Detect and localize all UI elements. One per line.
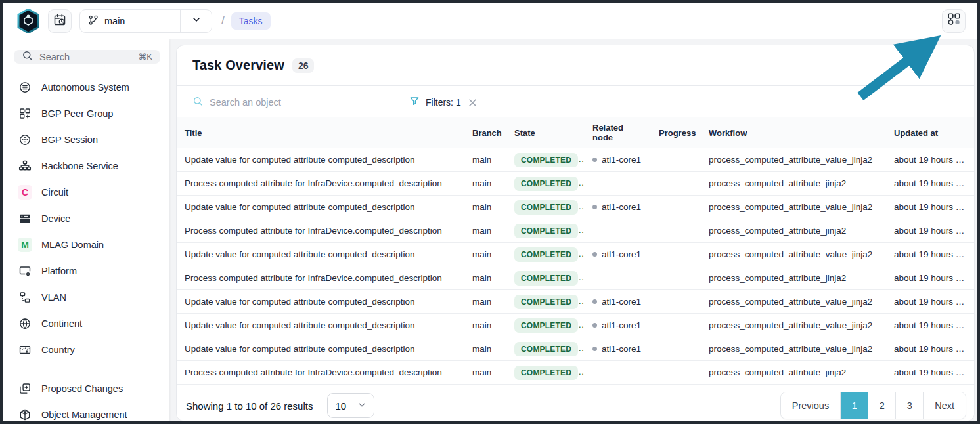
search-icon [22, 50, 33, 64]
sidebar-item-continent[interactable]: Continent [14, 310, 160, 337]
table-row[interactable]: Update value for computed attribute comp… [177, 243, 974, 266]
sidebar-item-object-management[interactable]: Object Management [14, 402, 160, 421]
column-header-workflow: Workflow [701, 117, 886, 148]
page-button-3[interactable]: 3 [895, 392, 923, 419]
task-progress [651, 314, 701, 337]
task-progress [651, 219, 701, 243]
status-badge: COMPLETED [514, 153, 578, 167]
sidebar-item-label: MLAG Domain [41, 240, 104, 250]
backbone-service-icon [18, 159, 32, 173]
sidebar-item-label: Object Management [41, 410, 127, 420]
results-summary: Showing 1 to 10 of 26 results [185, 400, 313, 412]
clear-filters-icon[interactable] [468, 98, 478, 108]
related-node: atl1-core1 [602, 155, 641, 165]
node-dot-icon [592, 252, 597, 257]
task-updated-at: about 19 hours ago [886, 290, 974, 314]
sidebar-item-label: Country [41, 345, 75, 355]
sidebar-item-device[interactable]: Device [14, 205, 160, 232]
task-title: Process computed attribute for InfraDevi… [177, 219, 464, 243]
search-icon [192, 96, 203, 109]
page-size-select[interactable]: 10 [327, 393, 374, 418]
git-branch-icon [88, 14, 99, 28]
table-row[interactable]: Process computed attribute for InfraDevi… [177, 172, 974, 196]
task-title: Update value for computed attribute comp… [177, 148, 464, 172]
schema-visualizer-button[interactable] [942, 9, 966, 33]
page-button-1[interactable]: 1 [840, 392, 868, 419]
column-header-related-node: Related node [585, 117, 651, 148]
task-title: Process computed attribute for InfraDevi… [177, 266, 464, 290]
sidebar-item-vlan[interactable]: VLAN [14, 284, 160, 310]
task-updated-at: about 19 hours ago [886, 172, 974, 196]
table-row[interactable]: Update value for computed attribute comp… [177, 314, 974, 337]
filter-bar: Search an object Filters: 1 [177, 86, 974, 117]
vlan-icon [18, 290, 32, 305]
status-badge: COMPLETED [514, 271, 578, 286]
task-updated-at: about 19 hours ago [886, 196, 974, 219]
page-button-2[interactable]: 2 [868, 392, 895, 419]
task-workflow: process_computed_attribute_value_jinja2 [701, 337, 886, 361]
sidebar-item-bgp-session[interactable]: BGP Session [14, 127, 160, 153]
object-search-input[interactable]: Search an object [192, 96, 330, 109]
search-shortcut: ⌘K [138, 52, 152, 62]
filters-button[interactable]: Filters: 1 [409, 96, 461, 109]
breadcrumb-current-tasks[interactable]: Tasks [231, 12, 271, 30]
task-count-badge: 26 [292, 58, 315, 73]
status-badge: COMPLETED [514, 342, 578, 356]
task-branch: main [464, 243, 506, 266]
task-branch: main [464, 219, 506, 243]
branch-selector[interactable]: main [79, 9, 212, 33]
sidebar-item-label: Continent [41, 318, 82, 329]
table-row[interactable]: Process computed attribute for InfraDevi… [177, 266, 974, 290]
chevron-down-icon [191, 14, 202, 28]
column-header-state: State [506, 117, 585, 148]
sidebar-item-mlag-domain[interactable]: M MLAG Domain [14, 232, 160, 258]
time-travel-button[interactable] [48, 9, 72, 33]
related-node: atl1-core1 [602, 344, 641, 354]
previous-page-button[interactable]: Previous [781, 392, 840, 419]
task-progress [651, 243, 701, 266]
related-node: atl1-core1 [602, 297, 641, 307]
status-badge: COMPLETED [514, 200, 578, 215]
calendar-clock-icon [53, 13, 66, 29]
next-page-button[interactable]: Next [923, 392, 966, 419]
infrahub-logo-icon[interactable] [16, 8, 40, 34]
task-workflow: process_computed_attribute_jinja2 [701, 172, 886, 196]
sidebar-item-country[interactable]: Country [14, 337, 160, 363]
panel-header: Task Overview 26 [177, 45, 974, 86]
table-row[interactable]: Process computed attribute for InfraDevi… [177, 219, 974, 243]
task-title: Update value for computed attribute comp… [177, 290, 464, 314]
task-workflow: process_computed_attribute_jinja2 [701, 361, 886, 385]
task-branch: main [464, 337, 506, 361]
branch-selector-toggle[interactable] [180, 10, 212, 32]
sidebar-search-placeholder: Search [39, 52, 131, 62]
sidebar-item-platform[interactable]: Platform [14, 258, 160, 284]
proposed-changes-icon [18, 381, 32, 396]
task-workflow: process_computed_attribute_value_jinja2 [701, 290, 886, 314]
table-row[interactable]: Update value for computed attribute comp… [177, 196, 974, 219]
country-map-icon [18, 343, 32, 357]
table-footer: Showing 1 to 10 of 26 results 10 Previou… [177, 385, 974, 421]
table-row[interactable]: Update value for computed attribute comp… [177, 148, 974, 172]
sidebar-item-circuit[interactable]: C Circuit [14, 179, 160, 205]
table-row[interactable]: Update value for computed attribute comp… [177, 337, 974, 361]
breadcrumb-separator: / [221, 14, 225, 28]
table-header-row: Title Branch State Related node Progress… [177, 117, 974, 148]
sidebar-item-autonomous-system[interactable]: Autonomous System [14, 74, 160, 100]
task-updated-at: about 19 hours ago [886, 266, 974, 290]
table-row[interactable]: Process computed attribute for InfraDevi… [177, 361, 974, 385]
task-title: Update value for computed attribute comp… [177, 314, 464, 337]
column-header-updated-at: Updated at [886, 117, 974, 148]
sidebar-search[interactable]: Search ⌘K [14, 50, 160, 64]
task-workflow: process_computed_attribute_jinja2 [701, 266, 886, 290]
status-badge: COMPLETED [514, 366, 578, 380]
sidebar-item-backbone-service[interactable]: Backbone Service [14, 153, 160, 179]
sidebar-item-proposed-changes[interactable]: Proposed Changes [14, 375, 160, 402]
table-row[interactable]: Update value for computed attribute comp… [177, 290, 974, 314]
sidebar-item-bgp-peer-group[interactable]: BGP Peer Group [14, 100, 160, 127]
workspace: Search ⌘K Autonomous System BGP Peer Gro… [3, 39, 977, 421]
related-node [585, 172, 651, 196]
filter-funnel-icon [409, 96, 420, 109]
node-dot-icon [592, 299, 597, 304]
task-progress [651, 196, 701, 219]
sidebar-item-label: Device [41, 213, 70, 224]
